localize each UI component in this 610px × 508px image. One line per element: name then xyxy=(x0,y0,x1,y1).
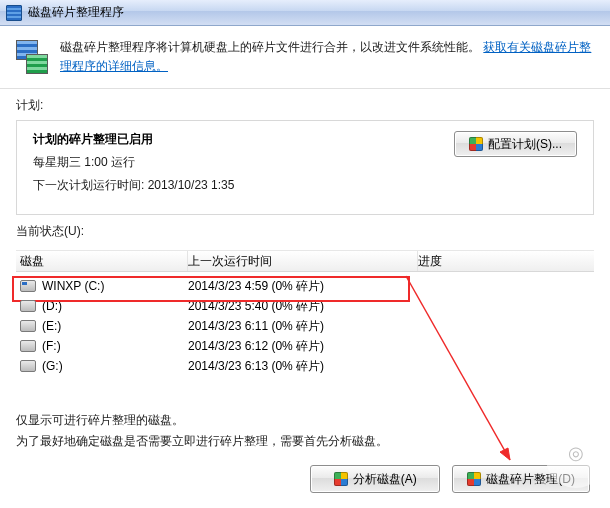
last-run-cell: 2014/3/23 6:12 (0% 碎片) xyxy=(188,338,418,355)
schedule-line-1: 每星期三 1:00 运行 xyxy=(33,154,454,171)
disk-name-text: (E:) xyxy=(42,319,61,333)
last-run-cell: 2014/3/23 4:59 (0% 碎片) xyxy=(188,278,418,295)
table-row[interactable]: (E:)2014/3/23 6:11 (0% 碎片) xyxy=(16,316,594,336)
configure-schedule-button[interactable]: 配置计划(S)... xyxy=(454,131,577,157)
footer-notes: 仅显示可进行碎片整理的磁盘。 为了最好地确定磁盘是否需要立即进行碎片整理，需要首… xyxy=(0,396,610,451)
disk-name-cell: (G:) xyxy=(20,359,188,373)
shield-icon xyxy=(334,472,348,486)
defrag-button[interactable]: 磁盘碎片整理(D) xyxy=(452,465,590,493)
drive-icon xyxy=(20,280,36,292)
last-run-cell: 2014/3/23 6:11 (0% 碎片) xyxy=(188,318,418,335)
drive-icon xyxy=(20,320,36,332)
status-section: 当前状态(U): 磁盘 上一次运行时间 进度 WINXP (C:)2014/3/… xyxy=(0,215,610,396)
disk-name-cell: (F:) xyxy=(20,339,188,353)
header-lead-text: 磁盘碎片整理程序将计算机硬盘上的碎片文件进行合并，以改进文件系统性能。 xyxy=(60,40,480,54)
analyze-button[interactable]: 分析磁盘(A) xyxy=(310,465,440,493)
table-header: 磁盘 上一次运行时间 进度 xyxy=(16,251,594,272)
disk-table: 磁盘 上一次运行时间 进度 WINXP (C:)2014/3/23 4:59 (… xyxy=(16,250,594,396)
shield-icon xyxy=(467,472,481,486)
drive-rows: WINXP (C:)2014/3/23 4:59 (0% 碎片)(D:)2014… xyxy=(16,272,594,396)
window-title: 磁盘碎片整理程序 xyxy=(28,4,124,21)
disk-name-text: (D:) xyxy=(42,299,62,313)
table-row[interactable]: (F:)2014/3/23 6:12 (0% 碎片) xyxy=(16,336,594,356)
schedule-section: 计划: 计划的碎片整理已启用 每星期三 1:00 运行 下一次计划运行时间: 2… xyxy=(0,89,610,215)
table-row[interactable]: (D:)2014/3/23 5:40 (0% 碎片) xyxy=(16,296,594,316)
configure-schedule-label: 配置计划(S)... xyxy=(488,136,562,153)
schedule-box: 计划的碎片整理已启用 每星期三 1:00 运行 下一次计划运行时间: 2013/… xyxy=(16,120,594,215)
schedule-label: 计划: xyxy=(16,97,594,114)
defrag-button-label: 磁盘碎片整理(D) xyxy=(486,471,575,488)
schedule-text: 计划的碎片整理已启用 每星期三 1:00 运行 下一次计划运行时间: 2013/… xyxy=(33,131,454,200)
note-line-2: 为了最好地确定磁盘是否需要立即进行碎片整理，需要首先分析磁盘。 xyxy=(16,431,594,451)
disk-name-cell: (D:) xyxy=(20,299,188,313)
app-icon xyxy=(6,5,22,21)
analyze-button-label: 分析磁盘(A) xyxy=(353,471,417,488)
disk-name-cell: (E:) xyxy=(20,319,188,333)
col-progress-header[interactable]: 进度 xyxy=(418,251,594,271)
last-run-cell: 2014/3/23 6:13 (0% 碎片) xyxy=(188,358,418,375)
status-label: 当前状态(U): xyxy=(16,223,594,240)
note-line-1: 仅显示可进行碎片整理的磁盘。 xyxy=(16,410,594,430)
schedule-line-2: 下一次计划运行时间: 2013/10/23 1:35 xyxy=(33,177,454,194)
drive-icon xyxy=(20,360,36,372)
disk-name-text: (G:) xyxy=(42,359,63,373)
disk-name-text: (F:) xyxy=(42,339,61,353)
header: 磁盘碎片整理程序将计算机硬盘上的碎片文件进行合并，以改进文件系统性能。 获取有关… xyxy=(0,26,610,89)
drive-icon xyxy=(20,300,36,312)
table-row[interactable]: (G:)2014/3/23 6:13 (0% 碎片) xyxy=(16,356,594,376)
header-description: 磁盘碎片整理程序将计算机硬盘上的碎片文件进行合并，以改进文件系统性能。 获取有关… xyxy=(60,38,598,76)
schedule-status-title: 计划的碎片整理已启用 xyxy=(33,131,454,148)
titlebar: 磁盘碎片整理程序 xyxy=(0,0,610,26)
col-disk-header[interactable]: 磁盘 xyxy=(16,251,188,271)
disk-name-text: WINXP (C:) xyxy=(42,279,104,293)
drive-icon xyxy=(20,340,36,352)
bottom-buttons: 分析磁盘(A) 磁盘碎片整理(D) xyxy=(0,451,610,505)
shield-icon xyxy=(469,137,483,151)
disk-name-cell: WINXP (C:) xyxy=(20,279,188,293)
last-run-cell: 2014/3/23 5:40 (0% 碎片) xyxy=(188,298,418,315)
table-row[interactable]: WINXP (C:)2014/3/23 4:59 (0% 碎片) xyxy=(16,276,594,296)
defrag-icon xyxy=(16,40,50,76)
defrag-window: 磁盘碎片整理程序 磁盘碎片整理程序将计算机硬盘上的碎片文件进行合并，以改进文件系… xyxy=(0,0,610,508)
col-last-header[interactable]: 上一次运行时间 xyxy=(188,251,418,271)
